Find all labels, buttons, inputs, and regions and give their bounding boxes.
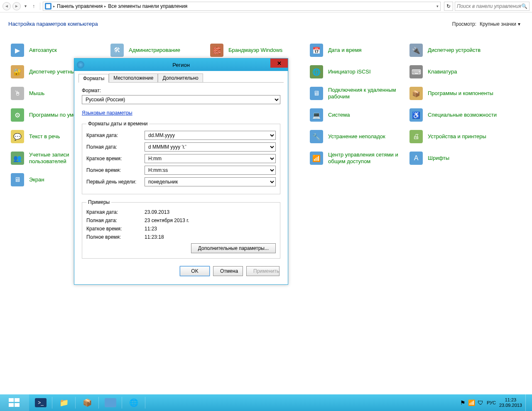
long-date-select[interactable]: d MMMM yyyy 'г.': [145, 142, 276, 152]
close-button[interactable]: ✕: [270, 59, 288, 68]
ex-long-time-label: Полное время:: [86, 234, 145, 240]
search-icon: 🔍: [521, 3, 527, 9]
search-box[interactable]: 🔍: [455, 2, 530, 11]
breadcrumb-segment[interactable]: Все элементы панели управления: [108, 3, 187, 9]
control-panel-icon: [45, 3, 51, 10]
nav-forward-button[interactable]: ►: [12, 2, 21, 10]
clock[interactable]: 11:23 23.09.2013: [499, 397, 522, 408]
address-bar: ◄ ► ▾ ↑ ▸ Панель управления ▸ Все элемен…: [0, 0, 532, 12]
view-label: Просмотр:: [452, 21, 476, 27]
ex-long-date-value: 23 сентября 2013 г.: [145, 218, 189, 223]
cancel-button[interactable]: Отмена: [213, 266, 243, 276]
short-time-select[interactable]: H:mm: [145, 154, 276, 163]
cp-item-devices-printers[interactable]: 🖨Устройства и принтеры: [407, 126, 507, 147]
examples-legend: Примеры: [86, 199, 111, 205]
dialog-title: Регион: [172, 62, 190, 68]
dialog-titlebar[interactable]: Регион ✕: [74, 59, 288, 71]
long-time-select[interactable]: H:mm:ss: [145, 166, 276, 175]
format-label: Формат:: [82, 88, 280, 93]
globe-icon: [77, 61, 84, 68]
format-select[interactable]: Русский (Россия): [82, 95, 280, 104]
ex-short-time-value: 11:23: [145, 226, 157, 232]
language-settings-link[interactable]: Языковые параметры: [82, 110, 132, 116]
cp-item-system[interactable]: 💻Система: [307, 104, 407, 126]
page-title: Настройка параметров компьютера: [8, 21, 98, 27]
clock-time: 11:23: [499, 397, 522, 403]
chevron-down-icon: ▾: [518, 21, 520, 27]
content-header: Настройка параметров компьютера Просмотр…: [0, 12, 532, 31]
nav-back-button[interactable]: ◄: [2, 2, 11, 10]
apply-button[interactable]: Применить: [246, 266, 279, 276]
taskbar: >_ 📁 📦 🌐 ⚑ 📶 🛡 РУС 11:23 23.09.2013: [0, 394, 532, 411]
nav-history-dropdown[interactable]: ▾: [22, 3, 28, 9]
cp-item-remote-desktop[interactable]: 🖥Подключения к удаленным рабочим: [307, 83, 407, 104]
ex-short-date-label: Краткая дата:: [86, 209, 145, 215]
short-date-select[interactable]: dd.MM.yyyy: [145, 131, 276, 140]
long-time-label: Полное время:: [86, 167, 145, 173]
tab-row: Форматы Местоположение Дополнительно: [78, 73, 284, 83]
view-selector: Просмотр: Крупные значки ▾: [452, 21, 520, 27]
tab-additional[interactable]: Дополнительно: [158, 73, 203, 82]
ok-button[interactable]: OK: [180, 266, 210, 276]
clock-date: 23.09.2013: [499, 403, 522, 408]
view-value: Крупные значки: [480, 21, 516, 27]
region-dialog: Регион ✕ Форматы Местоположение Дополнит…: [74, 58, 288, 285]
taskbar-item-explorer[interactable]: 📁: [52, 394, 76, 411]
cp-item-iscsi[interactable]: 🌐Инициатор iSCSI: [307, 61, 407, 83]
cp-item-ease-of-access[interactable]: ♿Специальные возможности: [407, 104, 507, 126]
ex-long-time-value: 11:23:18: [145, 234, 164, 240]
taskbar-item-region[interactable]: 🌐: [122, 394, 145, 411]
taskbar-item-box[interactable]: 📦: [76, 394, 99, 411]
refresh-button[interactable]: ↻: [444, 2, 453, 11]
action-center-icon[interactable]: 🛡: [478, 399, 483, 406]
flag-icon[interactable]: ⚑: [460, 399, 466, 406]
cp-item-date-time[interactable]: 📅Дата и время: [307, 39, 407, 61]
date-formats-legend: Форматы даты и времени: [86, 121, 149, 127]
advanced-settings-button[interactable]: Дополнительные параметры...: [191, 243, 276, 253]
language-indicator[interactable]: РУС: [487, 400, 496, 405]
cp-item-fonts[interactable]: AШрифты: [407, 147, 507, 169]
cp-item-device-manager[interactable]: 🔌Диспетчер устройств: [407, 39, 507, 61]
cp-item-keyboard[interactable]: ⌨Клавиатура: [407, 61, 507, 83]
examples-group: Примеры Краткая дата:23.09.2013 Полная д…: [82, 199, 280, 259]
network-icon[interactable]: 📶: [468, 399, 475, 406]
separator: [40, 2, 40, 10]
chevron-right-icon: ▸: [104, 4, 106, 8]
cp-item-network-center[interactable]: 📶Центр управления сетями и общим доступо…: [307, 147, 407, 169]
long-date-label: Полная дата:: [86, 144, 145, 150]
dialog-footer: OK Отмена Применить: [78, 262, 284, 280]
system-tray: ⚑ 📶 🛡 РУС 11:23 23.09.2013: [460, 394, 532, 411]
date-formats-group: Форматы даты и времени Краткая дата:dd.M…: [82, 121, 280, 194]
chevron-down-icon[interactable]: ▾: [436, 4, 439, 8]
address-path[interactable]: ▸ Панель управления ▸ Все элементы панел…: [43, 2, 441, 11]
start-button[interactable]: [0, 394, 29, 411]
ex-short-date-value: 23.09.2013: [145, 209, 169, 215]
tab-content: Формат: Русский (Россия) Языковые параме…: [78, 83, 284, 262]
short-date-label: Краткая дата:: [86, 132, 145, 138]
cp-item-troubleshooting[interactable]: 🔧Устранение неполадок: [307, 126, 407, 147]
breadcrumb-segment[interactable]: Панель управления: [57, 3, 103, 9]
ex-long-date-label: Полная дата:: [86, 218, 145, 223]
windows-logo-icon: [9, 398, 20, 407]
taskbar-item-control-panel[interactable]: [99, 394, 122, 411]
show-desktop-button[interactable]: [525, 394, 530, 411]
view-dropdown[interactable]: Крупные значки ▾: [480, 21, 520, 27]
cp-item-programs-features[interactable]: 📦Программы и компоненты: [407, 83, 507, 104]
first-day-label: Первый день недели:: [86, 179, 145, 185]
tab-formats[interactable]: Форматы: [78, 74, 109, 83]
search-input[interactable]: [457, 3, 521, 9]
ex-short-time-label: Краткое время:: [86, 226, 145, 232]
nav-up-button[interactable]: ↑: [30, 2, 37, 10]
taskbar-item-powershell[interactable]: >_: [29, 394, 52, 411]
first-day-select[interactable]: понедельник: [145, 177, 276, 186]
short-time-label: Краткое время:: [86, 156, 145, 161]
chevron-right-icon: ▸: [53, 4, 55, 8]
tab-location[interactable]: Местоположение: [109, 73, 158, 82]
